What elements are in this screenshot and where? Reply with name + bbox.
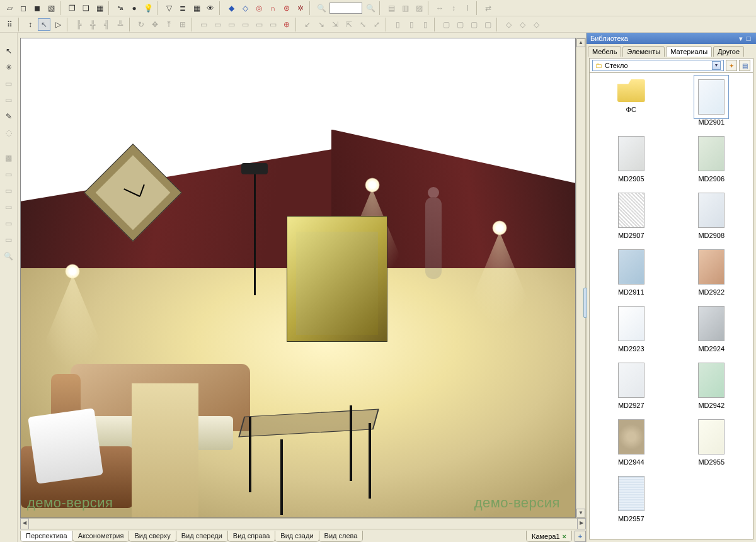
- cube-shaded-icon[interactable]: ▧: [44, 1, 58, 15]
- cube-icon[interactable]: ◻: [16, 1, 30, 15]
- rotate-icon[interactable]: ↻: [134, 18, 148, 31]
- layer-up-icon[interactable]: ▥: [398, 1, 412, 15]
- d1-icon[interactable]: ↙: [301, 18, 314, 31]
- s4-icon[interactable]: ▢: [481, 18, 495, 31]
- library-item[interactable]: MD2901: [680, 79, 743, 126]
- dim-t-icon[interactable]: Ⅰ: [461, 1, 474, 15]
- grid-dots-icon[interactable]: ⠿: [3, 18, 16, 31]
- layer-dn-icon[interactable]: ▨: [412, 1, 426, 15]
- d6-icon[interactable]: ⤢: [370, 18, 384, 31]
- tool-12-icon[interactable]: ▭: [2, 233, 16, 247]
- tool-11-icon[interactable]: ▭: [2, 217, 16, 230]
- viewport-3d[interactable]: демо-версия демо-версия: [20, 38, 576, 518]
- library-item[interactable]: ФС: [600, 79, 663, 126]
- graph-icon[interactable]: ▩: [2, 151, 16, 165]
- t1-icon[interactable]: ◇: [501, 18, 515, 31]
- burst-tool-icon[interactable]: ✳: [2, 60, 16, 74]
- move-icon[interactable]: ✥: [148, 18, 162, 31]
- horizontal-scrollbar[interactable]: ◀ ▶: [20, 518, 586, 529]
- scroll-left-icon[interactable]: ◀: [20, 518, 29, 529]
- v3-icon[interactable]: ▯: [418, 18, 432, 31]
- lib-action2-icon[interactable]: ▤: [739, 60, 750, 71]
- new-doc-icon[interactable]: ▱: [3, 1, 16, 15]
- zoom-fit-icon[interactable]: 🔍: [364, 1, 377, 15]
- box-blue-icon[interactable]: ▦: [93, 1, 106, 15]
- tab-view-3[interactable]: Вид спереди: [176, 531, 228, 542]
- zoom-input[interactable]: [329, 3, 362, 14]
- panel-pin-icon[interactable]: □: [745, 35, 752, 42]
- s3-icon[interactable]: ▢: [467, 18, 481, 31]
- move-v-icon[interactable]: ↕: [23, 18, 37, 31]
- align1-icon[interactable]: ╠: [72, 18, 86, 31]
- align2-icon[interactable]: ╬: [86, 18, 100, 31]
- tool-9-icon[interactable]: ▭: [2, 184, 16, 198]
- library-item[interactable]: MD2927: [600, 363, 663, 409]
- cube-solid-icon[interactable]: ◼: [30, 1, 44, 15]
- d2-icon[interactable]: ↘: [314, 18, 328, 31]
- tab-view-1[interactable]: Аксонометрия: [72, 531, 130, 542]
- pointer-tool-icon[interactable]: ↖: [2, 44, 16, 58]
- library-item[interactable]: MD2924: [680, 306, 743, 353]
- tab-view-4[interactable]: Вид справа: [227, 531, 276, 542]
- add-view-button[interactable]: +: [575, 531, 586, 542]
- cog-icon[interactable]: ✲: [294, 1, 307, 15]
- library-item[interactable]: MD2907: [600, 193, 663, 239]
- library-item[interactable]: MD2905: [600, 136, 663, 183]
- vertical-scrollbar[interactable]: ▲ ▼: [576, 38, 586, 518]
- zoom-rect-icon[interactable]: 🔍: [2, 249, 16, 263]
- s1-icon[interactable]: ▢: [439, 18, 453, 31]
- scroll-down-icon[interactable]: ▼: [576, 509, 585, 517]
- a7-icon[interactable]: ⊕: [280, 18, 294, 31]
- eyedropper-icon[interactable]: ✎: [2, 110, 16, 123]
- chevron-down-icon[interactable]: ▾: [712, 61, 721, 70]
- a3-icon[interactable]: ▭: [224, 18, 238, 31]
- library-item[interactable]: MD2955: [680, 419, 743, 466]
- edge-tool-icon[interactable]: ▷: [51, 18, 65, 31]
- a4-icon[interactable]: ▭: [238, 18, 252, 31]
- library-tab-1[interactable]: Элементы: [622, 46, 665, 57]
- target-icon[interactable]: ⊛: [280, 1, 294, 15]
- tab-view-5[interactable]: Вид сзади: [275, 531, 319, 542]
- tab-view-0[interactable]: Перспектива: [20, 531, 73, 542]
- library-item[interactable]: MD2944: [600, 419, 663, 466]
- tool-10-icon[interactable]: ▭: [2, 200, 16, 214]
- layer-icon[interactable]: ▤: [384, 1, 398, 15]
- library-tab-3[interactable]: Другое: [713, 46, 744, 57]
- text-label-icon[interactable]: ªa: [113, 1, 127, 15]
- library-item[interactable]: MD2906: [680, 136, 743, 183]
- eye-icon[interactable]: 👁: [203, 1, 217, 15]
- a6-icon[interactable]: ▭: [266, 18, 280, 31]
- library-tab-0[interactable]: Мебель: [588, 46, 621, 57]
- tool-4-icon[interactable]: ▭: [2, 93, 16, 107]
- magnet-icon[interactable]: ∩: [266, 1, 280, 15]
- v1-icon[interactable]: ▯: [391, 18, 404, 31]
- library-item[interactable]: MD2957: [600, 476, 663, 522]
- library-item[interactable]: MD2922: [680, 249, 743, 296]
- pointer-icon[interactable]: ↖: [37, 18, 51, 31]
- a5-icon[interactable]: ▭: [252, 18, 266, 31]
- compass-icon[interactable]: ◎: [252, 1, 266, 15]
- diamond-blue-icon[interactable]: ◆: [224, 1, 238, 15]
- grid-icon[interactable]: ▦: [190, 1, 203, 15]
- box-open-icon[interactable]: ❑: [79, 1, 93, 15]
- t2-icon[interactable]: ◇: [515, 18, 529, 31]
- bulb-icon[interactable]: 💡: [141, 1, 155, 15]
- d5-icon[interactable]: ⤡: [356, 18, 370, 31]
- a1-icon[interactable]: ▭: [197, 18, 210, 31]
- close-icon[interactable]: ×: [563, 533, 566, 540]
- dim-v-icon[interactable]: ↕: [447, 1, 461, 15]
- d3-icon[interactable]: ⇲: [328, 18, 342, 31]
- library-item[interactable]: MD2908: [680, 193, 743, 239]
- library-title-bar[interactable]: Библиотека ▾ □: [587, 33, 756, 44]
- library-item[interactable]: MD2942: [680, 363, 743, 409]
- zoom-icon[interactable]: 🔍: [314, 1, 328, 15]
- cone-icon[interactable]: ▽: [162, 1, 176, 15]
- lasso-icon[interactable]: ◌: [2, 126, 16, 140]
- v2-icon[interactable]: ▯: [404, 18, 418, 31]
- panel-splitter[interactable]: [583, 288, 587, 318]
- t3-icon[interactable]: ◇: [529, 18, 543, 31]
- tab-view-2[interactable]: Вид сверху: [129, 531, 176, 542]
- category-combo[interactable]: 🗀 Стекло ▾: [592, 60, 724, 71]
- d4-icon[interactable]: ⇱: [342, 18, 356, 31]
- tab-camera[interactable]: Камера1 ×: [526, 531, 572, 542]
